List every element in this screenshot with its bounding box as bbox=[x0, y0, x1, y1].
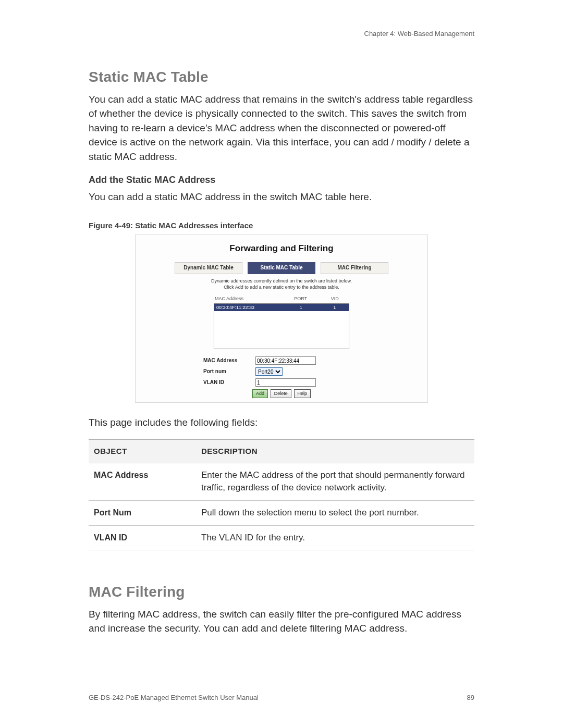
fields-intro: This page includes the following fields: bbox=[89, 415, 474, 430]
list-row-vid: 1 bbox=[320, 304, 349, 311]
field-object: Port Num bbox=[89, 500, 196, 525]
footer-page-number: 89 bbox=[467, 693, 474, 703]
list-row-mac: 00:30:4F:11:22:33 bbox=[214, 304, 282, 311]
list-header-mac: MAC Address bbox=[214, 295, 281, 302]
field-object: VLAN ID bbox=[89, 525, 196, 550]
mac-address-input[interactable] bbox=[255, 356, 316, 365]
field-description: Pull down the selection menu to select t… bbox=[196, 500, 474, 525]
list-row-port: 1 bbox=[282, 304, 320, 311]
form-label-port: Port num bbox=[203, 368, 250, 376]
embedded-form: MAC Address Port num Port20 VLAN ID bbox=[203, 356, 360, 398]
field-description: The VLAN ID for the entry. bbox=[196, 525, 474, 550]
tab-static-mac[interactable]: Static MAC Table bbox=[248, 262, 315, 274]
chapter-header: Chapter 4: Web-Based Management bbox=[364, 29, 475, 39]
subsection-body-add-static-mac: You can add a static MAC address in the … bbox=[89, 190, 474, 204]
form-label-mac: MAC Address bbox=[203, 357, 250, 365]
help-button[interactable]: Help bbox=[294, 389, 311, 398]
section-body-mac-filtering: By filtering MAC address, the switch can… bbox=[89, 607, 474, 636]
embedded-note-line1: Dynamic addresses currently defined on t… bbox=[211, 278, 352, 283]
tab-mac-filtering[interactable]: MAC Filtering bbox=[321, 262, 388, 274]
list-box[interactable]: 00:30:4F:11:22:33 1 1 bbox=[214, 303, 349, 349]
vlan-id-input[interactable] bbox=[255, 378, 316, 387]
figure-caption: Figure 4-49: Static MAC Addresses interf… bbox=[89, 220, 474, 231]
subsection-title-add-static-mac: Add the Static MAC Address bbox=[89, 173, 474, 187]
list-header-port: PORT bbox=[281, 295, 320, 302]
tab-dynamic-mac[interactable]: Dynamic MAC Table bbox=[175, 262, 242, 274]
fields-th-object: OBJECT bbox=[89, 439, 196, 463]
embedded-note: Dynamic addresses currently defined on t… bbox=[143, 278, 420, 290]
figure-embedded-ui: Forwarding and Filtering Dynamic MAC Tab… bbox=[135, 235, 428, 403]
fields-table: OBJECT DESCRIPTION MAC Address Enter the… bbox=[89, 439, 474, 550]
field-description: Enter the MAC address of the port that s… bbox=[196, 463, 474, 500]
section-title-mac-filtering: MAC Filtering bbox=[89, 582, 474, 603]
embedded-title: Forwarding and Filtering bbox=[143, 242, 420, 255]
embedded-address-list: MAC Address PORT VID 00:30:4F:11:22:33 1… bbox=[214, 295, 349, 349]
fields-th-description: DESCRIPTION bbox=[196, 439, 474, 463]
section-body-static-mac: You can add a static MAC address that re… bbox=[89, 92, 474, 164]
add-button[interactable]: Add bbox=[252, 389, 268, 398]
table-row: MAC Address Enter the MAC address of the… bbox=[89, 463, 474, 500]
embedded-tab-bar: Dynamic MAC Table Static MAC Table MAC F… bbox=[143, 262, 420, 274]
table-row: VLAN ID The VLAN ID for the entry. bbox=[89, 525, 474, 550]
embedded-note-line2: Click Add to add a new static entry to t… bbox=[224, 285, 339, 290]
footer-doc-title: GE-DS-242-PoE Managed Ethernet Switch Us… bbox=[89, 693, 259, 703]
list-header-vid: VID bbox=[320, 295, 349, 302]
form-label-vlan: VLAN ID bbox=[203, 379, 250, 387]
delete-button[interactable]: Delete bbox=[271, 389, 291, 398]
port-num-select[interactable]: Port20 bbox=[255, 367, 283, 376]
section-title-static-mac: Static MAC Table bbox=[89, 67, 474, 88]
field-object: MAC Address bbox=[89, 463, 196, 500]
list-row[interactable]: 00:30:4F:11:22:33 1 1 bbox=[214, 304, 349, 311]
table-row: Port Num Pull down the selection menu to… bbox=[89, 500, 474, 525]
